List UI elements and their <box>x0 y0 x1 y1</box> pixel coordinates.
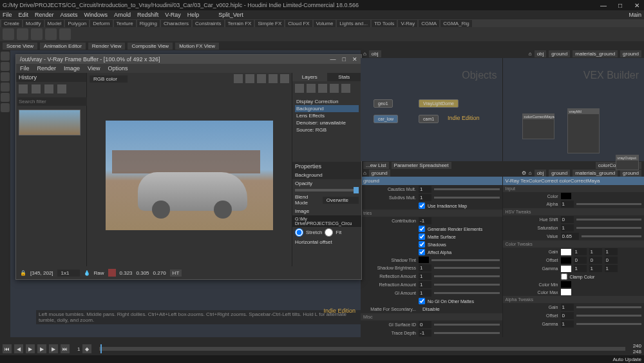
offset-r[interactable] <box>574 257 587 264</box>
gen-check[interactable] <box>419 226 425 232</box>
image-path[interactable]: G:\My Drive\PROJECTS\CG_Circu <box>295 217 359 226</box>
trace-input[interactable] <box>419 329 431 337</box>
bright-input[interactable] <box>419 264 431 271</box>
play-reverse-button[interactable]: ▶ <box>26 344 35 353</box>
layer-icon[interactable] <box>318 84 327 93</box>
blend-dropdown[interactable]: Overwrite <box>323 197 359 204</box>
subdivs-input[interactable] <box>419 194 431 201</box>
aoffset-slider[interactable] <box>576 315 642 317</box>
vex-mtl-node[interactable]: vrayMtl <box>567 108 600 153</box>
gi-input[interactable] <box>419 289 431 297</box>
menu-render[interactable]: Render <box>35 12 54 18</box>
matte-check[interactable] <box>419 233 425 240</box>
menu-redshift[interactable]: Redshift <box>137 12 158 18</box>
vex-cc-node[interactable]: colorCorrectMaya <box>522 113 554 139</box>
irr-check[interactable] <box>419 202 425 209</box>
node-car[interactable]: car_low <box>374 115 398 123</box>
key-button[interactable]: ◆ <box>82 344 91 353</box>
history-icon[interactable] <box>57 84 66 93</box>
gamma-b[interactable] <box>605 265 618 272</box>
crumb-mat[interactable]: materials_ground <box>573 170 618 177</box>
timeline-track[interactable] <box>99 347 625 351</box>
layer-icon[interactable] <box>295 84 304 93</box>
shelf-model[interactable]: Model <box>45 20 64 27</box>
scale-tool-icon[interactable] <box>1 83 10 92</box>
tint-swatch[interactable] <box>419 257 429 263</box>
last-frame-button[interactable]: ⏭ <box>61 344 70 353</box>
offset-swatch[interactable] <box>561 257 571 264</box>
home-icon[interactable]: ⌂ <box>529 170 532 176</box>
shelf-icon[interactable] <box>3 28 14 40</box>
node-geo1[interactable]: geo1 <box>374 99 393 108</box>
desktop-dropdown[interactable]: Split_Vert <box>218 12 243 18</box>
agamma-input[interactable] <box>561 320 574 328</box>
tree-lens[interactable]: Lens Effects <box>295 112 359 119</box>
layers-tab[interactable]: Layers <box>292 73 327 81</box>
param-tab-list[interactable]: ...ew List <box>363 162 389 169</box>
shelf-create[interactable]: Create <box>1 20 22 27</box>
clamp-check[interactable] <box>561 273 567 280</box>
stretch-radio[interactable] <box>295 228 303 237</box>
msec-dropdown[interactable]: Disable <box>419 306 450 313</box>
next-frame-button[interactable]: ▶ <box>49 344 58 353</box>
menu-arnold[interactable]: Arnold <box>114 12 131 18</box>
stats-tab[interactable]: Stats <box>327 73 362 81</box>
shelf-cgma[interactable]: CGMA <box>419 20 439 27</box>
region-icon[interactable] <box>234 74 243 83</box>
menu-help[interactable]: Help <box>187 12 200 18</box>
menu-windows[interactable]: Windows <box>84 12 108 18</box>
refresh-icon[interactable] <box>280 74 289 83</box>
history-icon[interactable] <box>19 84 28 93</box>
fit-radio[interactable] <box>325 228 333 237</box>
history-icon[interactable] <box>44 84 53 93</box>
minimize-button[interactable]: — <box>599 2 608 9</box>
refract-input[interactable] <box>419 281 431 288</box>
home-icon[interactable]: ⌂ <box>363 51 366 57</box>
main-dropdown[interactable]: Main <box>629 12 641 18</box>
shelf-icon[interactable] <box>31 28 43 40</box>
tool-icon[interactable] <box>1 93 10 102</box>
aoffset-input[interactable] <box>561 312 574 319</box>
alpha-check[interactable] <box>419 249 425 255</box>
vfb-menu-render[interactable]: Render <box>37 65 57 72</box>
shelf-cloudfx[interactable]: Cloud FX <box>285 20 312 27</box>
network-view-obj[interactable]: Indie Edition Objects geo1 VrayLightDome… <box>361 58 503 162</box>
shelf-icon[interactable] <box>17 28 28 40</box>
color-swatch[interactable] <box>561 193 571 199</box>
node-light[interactable]: VrayLightDome <box>419 99 459 108</box>
cont-input[interactable] <box>419 217 431 224</box>
zoom-dropdown[interactable]: 1x1 <box>57 270 80 277</box>
gain-b[interactable] <box>605 248 618 255</box>
gear-icon[interactable]: ⚙ <box>522 170 526 176</box>
caustics-input[interactable] <box>419 186 431 193</box>
history-icon[interactable] <box>32 84 41 93</box>
prev-frame-button[interactable]: ◀ <box>14 344 23 353</box>
history-thumbnail[interactable] <box>19 110 80 135</box>
gamma-swatch[interactable] <box>561 266 571 272</box>
tab-render-view[interactable]: Render View <box>88 43 126 50</box>
menu-edit[interactable]: Edit <box>19 12 29 18</box>
shelf-simplefx[interactable]: Simple FX <box>255 20 284 27</box>
select-tool-icon[interactable] <box>1 52 10 61</box>
crumb-obj[interactable]: obj <box>535 170 547 177</box>
shelf-icon[interactable] <box>45 28 57 40</box>
shelf-rigging[interactable]: Rigging <box>137 20 160 27</box>
gain-g[interactable] <box>589 248 602 255</box>
render-icon[interactable] <box>257 74 266 83</box>
close-button[interactable]: ✕ <box>632 2 641 9</box>
link-icon[interactable] <box>245 74 254 83</box>
reflect-slider[interactable] <box>434 275 500 277</box>
first-frame-button[interactable]: ⏮ <box>3 344 12 353</box>
offset-b[interactable] <box>605 257 618 264</box>
tab-composite[interactable]: Composite View <box>128 43 173 50</box>
sat-slider[interactable] <box>576 227 642 229</box>
crumb-ground3[interactable]: ground <box>620 170 641 177</box>
hue-slider[interactable] <box>576 219 642 221</box>
current-frame[interactable]: 1 <box>77 346 80 352</box>
menu-file[interactable]: File <box>3 12 12 18</box>
path-obj[interactable]: obj <box>369 50 381 57</box>
gamma-g[interactable] <box>589 265 602 272</box>
gain-swatch[interactable] <box>561 249 571 255</box>
value-slider[interactable] <box>582 235 642 237</box>
surfid-slider[interactable] <box>434 324 500 326</box>
